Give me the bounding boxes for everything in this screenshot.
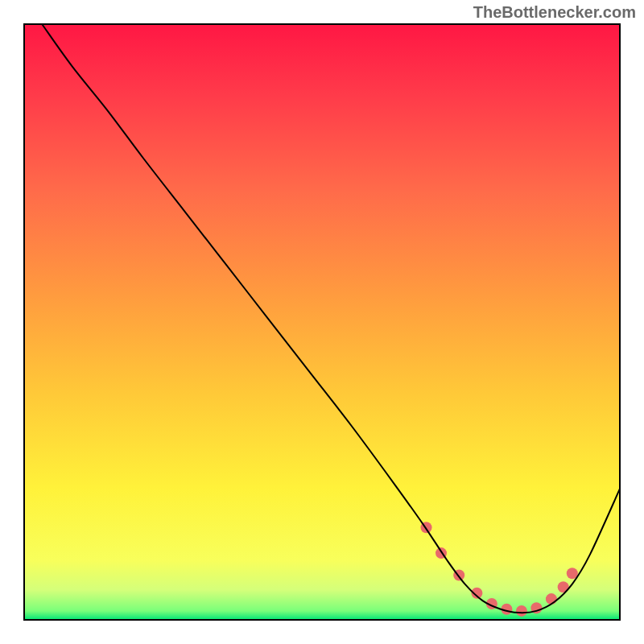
- highlight-dot: [516, 605, 527, 617]
- chart-svg: [0, 0, 644, 644]
- highlight-dot: [546, 593, 557, 605]
- chart-container: [0, 0, 644, 644]
- watermark-text: TheBottlenecker.com: [473, 3, 636, 22]
- plot-background: [24, 24, 620, 620]
